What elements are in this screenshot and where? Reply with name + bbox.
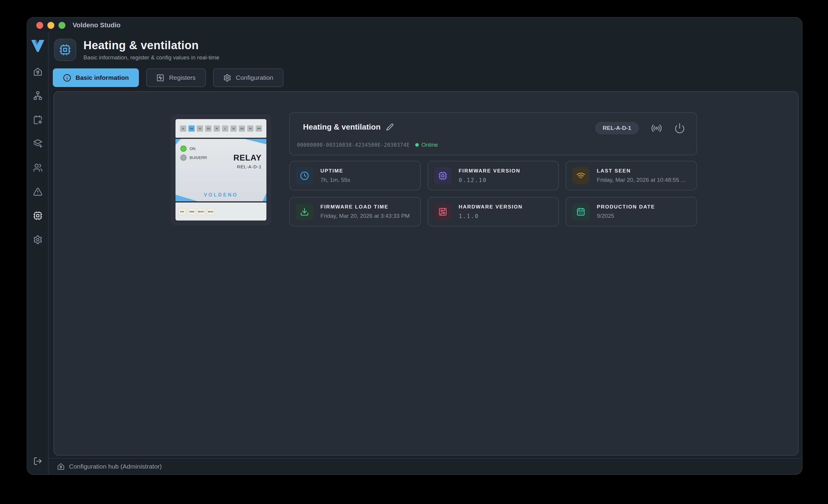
info-label: HARDWARE VERSION xyxy=(459,204,523,210)
icon-tile xyxy=(296,203,313,220)
users-icon xyxy=(33,163,43,172)
relay-faceplate: ON BUS/ERR RELAY REL-A-D-1 VOLDENO xyxy=(175,139,266,201)
firmware-load-time-card: FIRMWARE LOAD TIME Friday, Mar 20, 2026 … xyxy=(289,197,421,226)
close-window-button[interactable] xyxy=(36,22,43,29)
info-value: 9/2025 xyxy=(597,213,655,219)
tab-bar: Basic information Registers Configuratio… xyxy=(53,69,284,87)
alert-triangle-icon xyxy=(33,187,43,197)
status-label: Online xyxy=(421,141,438,148)
sidebar-item-scheduler[interactable] xyxy=(31,113,44,126)
terminal: L xyxy=(222,125,228,132)
info-label: FIRMWARE LOAD TIME xyxy=(320,204,410,210)
terminal: I2 xyxy=(197,125,203,132)
device-image-card: I1 O1 I2 O2 N L I3 O3 I4 O4 xyxy=(171,114,271,225)
sidebar-item-users[interactable] xyxy=(31,161,44,174)
sidebar-item-settings[interactable] xyxy=(31,233,44,246)
sidebar-nav xyxy=(31,65,44,246)
terminal: GND xyxy=(188,208,196,215)
info-label: FIRMWARE VERSION xyxy=(459,168,521,174)
settings-icon xyxy=(33,235,43,245)
info-value: Friday, Mar 20, 2026 at 3:43:33 PM xyxy=(320,213,410,219)
icon-tile xyxy=(572,167,589,184)
production-date-card: PRODUCTION DATE 9/2025 xyxy=(566,197,697,226)
device-uuid: 00000000-00310038-4234500E-2030374E xyxy=(297,142,410,148)
status-bar-label: Configuration hub (Administrator) xyxy=(69,463,162,470)
page-title: Heating & ventilation xyxy=(83,39,219,52)
cpu-icon xyxy=(438,171,447,180)
sidebar-item-devices[interactable] xyxy=(31,209,44,222)
terminal: O4 xyxy=(256,125,262,132)
device-name: Heating & ventilation xyxy=(303,122,381,132)
online-dot xyxy=(415,143,419,147)
bottom-terminal-strip: 24V GND BUS+ BUS- xyxy=(175,203,266,220)
terminal: I1 xyxy=(180,125,186,132)
reboot-device-button[interactable] xyxy=(674,123,685,134)
terminal: N xyxy=(214,125,220,132)
edit-name-button[interactable] xyxy=(386,123,394,131)
terminal-active: O1 xyxy=(189,125,195,132)
sidebar-item-alerts[interactable] xyxy=(31,185,44,198)
tab-registers[interactable]: Registers xyxy=(146,69,206,87)
device-id-row: 00000000-00310038-4234500E-2030374E Onli… xyxy=(297,141,438,148)
corner-accent xyxy=(175,139,181,145)
relay-illustration: I1 O1 I2 O2 N L I3 O3 I4 O4 xyxy=(175,119,266,220)
info-value: Friday, Mar 20, 2026 at 10:48:55 ... xyxy=(597,177,685,183)
sidebar-item-topology[interactable] xyxy=(31,89,44,102)
voldeno-logo-icon xyxy=(31,40,44,52)
pencil-icon xyxy=(386,123,394,131)
terminal: BUS- xyxy=(207,208,215,215)
icon-tile xyxy=(296,167,313,184)
layers-plus-icon xyxy=(33,139,43,149)
tab-label: Registers xyxy=(169,74,196,81)
house-plug-icon xyxy=(33,67,43,77)
info-icon xyxy=(63,74,71,82)
hardware-version-card: HARDWARE VERSION 1.1.0 xyxy=(427,197,559,226)
sidebar-item-hub[interactable] xyxy=(31,65,44,78)
status-bar: Configuration hub (Administrator) xyxy=(49,458,802,474)
page-subtitle: Basic information, register & config val… xyxy=(83,54,219,61)
main-panel: I1 O1 I2 O2 N L I3 O3 I4 O4 xyxy=(53,91,799,456)
tab-configuration[interactable]: Configuration xyxy=(213,69,284,87)
identify-device-button[interactable] xyxy=(651,123,662,134)
calendar-icon xyxy=(576,207,585,216)
logout-button[interactable] xyxy=(31,455,44,468)
page-header: Heating & ventilation Basic information,… xyxy=(54,39,219,61)
firmware-version-card: FIRMWARE VERSION 0.12.10 xyxy=(427,161,559,191)
led-on-label: ON xyxy=(190,146,196,151)
info-value: 7h, 1m, 55s xyxy=(320,177,350,183)
uptime-card: UPTIME 7h, 1m, 55s xyxy=(289,161,421,191)
wifi-icon xyxy=(576,171,585,180)
activity-square-icon xyxy=(156,74,164,82)
product-name: RELAY xyxy=(234,153,261,163)
cpu-icon xyxy=(59,44,71,56)
terminal: O2 xyxy=(205,125,211,132)
device-name-row: Heating & ventilation xyxy=(303,122,394,132)
led-on-row: ON xyxy=(180,145,196,152)
circuit-board-icon xyxy=(438,207,447,216)
tab-label: Basic information xyxy=(76,74,129,81)
zoom-window-button[interactable] xyxy=(58,22,66,29)
brand-wordmark: VOLDENO xyxy=(175,192,266,198)
cpu-icon xyxy=(33,211,43,220)
top-terminal-strip: I1 O1 I2 O2 N L I3 O3 I4 O4 xyxy=(175,119,266,138)
terminal: I3 xyxy=(231,125,237,132)
info-card-grid: UPTIME 7h, 1m, 55s FIRMWARE VERSION 0.12… xyxy=(289,161,697,226)
device-summary-card: Heating & ventilation 00000000-00310038-… xyxy=(289,112,697,155)
minimize-window-button[interactable] xyxy=(47,22,54,29)
model-badge: REL-A-D-1 xyxy=(595,122,639,134)
sidebar xyxy=(27,33,49,474)
info-label: PRODUCTION DATE xyxy=(597,204,655,210)
sidebar-item-scenes[interactable] xyxy=(31,137,44,150)
led-bus-indicator xyxy=(180,155,187,161)
led-on-indicator xyxy=(180,145,187,152)
status-indicator: Online xyxy=(415,141,438,148)
clock-icon xyxy=(300,171,309,180)
info-label: UPTIME xyxy=(320,168,350,174)
app-window: Voldeno Studio xyxy=(27,17,802,475)
power-icon xyxy=(674,123,685,134)
info-value: 1.1.0 xyxy=(459,213,523,219)
download-icon xyxy=(300,207,309,216)
tab-basic-information[interactable]: Basic information xyxy=(53,69,139,87)
terminal: BUS+ xyxy=(197,208,205,215)
broadcast-icon xyxy=(651,123,662,134)
